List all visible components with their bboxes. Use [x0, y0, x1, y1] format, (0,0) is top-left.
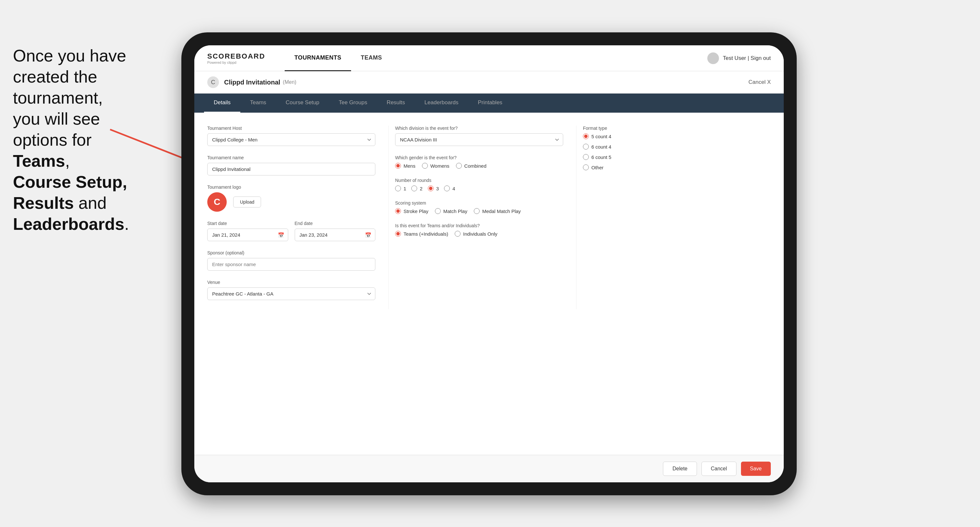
form-col-3: Format type 5 count 4 6 count 4 — [583, 125, 771, 309]
tournament-host-select[interactable]: Clippd College - Men — [207, 133, 375, 146]
end-date-input[interactable] — [295, 229, 375, 241]
sponsor-input[interactable] — [207, 258, 375, 271]
tournament-logo-group: Tournament logo C Upload — [207, 184, 375, 212]
gender-mens-label: Mens — [404, 163, 415, 169]
format-6count4-radio[interactable] — [583, 144, 589, 149]
teams-radio-group: Teams (+Individuals) Individuals Only — [395, 231, 563, 237]
app-container: SCOREBOARD Powered by clippd TOURNAMENTS… — [194, 45, 784, 483]
gender-womens-option[interactable]: Womens — [422, 163, 450, 169]
scoring-stroke-label: Stroke Play — [404, 208, 428, 214]
main-content: Tournament Host Clippd College - Men Tou… — [194, 113, 784, 455]
back-button[interactable]: C — [207, 76, 219, 88]
tab-leaderboards[interactable]: Leaderboards — [415, 94, 468, 113]
tablet-device: SCOREBOARD Powered by clippd TOURNAMENTS… — [181, 32, 797, 495]
end-date-wrap: 📅 — [295, 229, 375, 241]
format-6count4-option[interactable]: 6 count 4 — [583, 144, 771, 149]
format-6count5-label: 6 count 5 — [591, 154, 611, 160]
nav-tournaments[interactable]: TOURNAMENTS — [285, 45, 351, 71]
rounds-3-label: 3 — [436, 186, 439, 191]
format-5count4-radio[interactable] — [583, 133, 589, 139]
cancel-button-bottom[interactable]: Cancel — [702, 462, 737, 476]
tab-tee-groups[interactable]: Tee Groups — [329, 94, 377, 113]
tournament-name-label: Tournament name — [207, 155, 375, 160]
tab-results[interactable]: Results — [377, 94, 415, 113]
logo-upload-area: C Upload — [207, 192, 375, 212]
rounds-4-option[interactable]: 4 — [444, 186, 455, 191]
end-date-group: End date 📅 — [295, 221, 375, 241]
tab-printables[interactable]: Printables — [468, 94, 512, 113]
format-label: Format type — [583, 125, 771, 131]
date-row: Start date 📅 End date 📅 — [207, 221, 375, 250]
format-6count5-radio[interactable] — [583, 154, 589, 160]
rounds-radio-group: 1 2 3 — [395, 186, 563, 191]
rounds-2-option[interactable]: 2 — [411, 186, 422, 191]
calendar-icon-end: 📅 — [365, 232, 371, 238]
start-date-input[interactable] — [207, 229, 288, 241]
rounds-3-option[interactable]: 3 — [428, 186, 439, 191]
tournament-host-label: Tournament Host — [207, 125, 375, 131]
rounds-label: Number of rounds — [395, 178, 563, 183]
rounds-1-option[interactable]: 1 — [395, 186, 406, 191]
gender-label: Which gender is the event for? — [395, 155, 563, 160]
format-5count4-option[interactable]: 5 count 4 — [583, 133, 771, 139]
rounds-4-label: 4 — [452, 186, 455, 191]
form-grid: Tournament Host Clippd College - Men Tou… — [207, 125, 771, 309]
tournament-host-group: Tournament Host Clippd College - Men — [207, 125, 375, 146]
scoring-medal-option[interactable]: Medal Match Play — [474, 208, 521, 214]
tab-course-setup[interactable]: Course Setup — [276, 94, 329, 113]
venue-select[interactable]: Peachtree GC - Atlanta - GA — [207, 287, 375, 300]
upload-button[interactable]: Upload — [233, 197, 261, 208]
gender-combined-option[interactable]: Combined — [456, 163, 487, 169]
form-col-2: Which division is the event for? NCAA Di… — [395, 125, 576, 309]
rounds-1-radio[interactable] — [395, 186, 401, 191]
individuals-only-label: Individuals Only — [463, 231, 498, 237]
scoring-stroke-radio[interactable] — [395, 208, 401, 214]
venue-group: Venue Peachtree GC - Atlanta - GA — [207, 280, 375, 300]
gender-womens-label: Womens — [430, 163, 450, 169]
rounds-2-label: 2 — [420, 186, 422, 191]
scoring-medal-label: Medal Match Play — [482, 208, 521, 214]
individuals-only-radio[interactable] — [455, 231, 461, 237]
scoring-stroke-option[interactable]: Stroke Play — [395, 208, 428, 214]
sponsor-group: Sponsor (optional) — [207, 250, 375, 271]
teams-plus-individuals-radio[interactable] — [395, 231, 401, 237]
tournament-type: (Men) — [283, 79, 296, 85]
nav-teams[interactable]: TEAMS — [351, 45, 392, 71]
scoring-radio-group: Stroke Play Match Play Medal Match Play — [395, 208, 563, 214]
rounds-2-radio[interactable] — [411, 186, 417, 191]
gender-combined-radio[interactable] — [456, 163, 462, 169]
format-options-group: 5 count 4 6 count 4 6 count 5 — [583, 133, 771, 170]
format-6count5-option[interactable]: 6 count 5 — [583, 154, 771, 160]
gender-mens-option[interactable]: Mens — [395, 163, 415, 169]
teams-plus-individuals-option[interactable]: Teams (+Individuals) — [395, 231, 448, 237]
tab-teams[interactable]: Teams — [240, 94, 276, 113]
scoring-label: Scoring system — [395, 200, 563, 206]
sub-tabs-bar: Details Teams Course Setup Tee Groups Re… — [194, 94, 784, 113]
tournament-title: Clippd Invitational — [224, 79, 280, 86]
tab-details[interactable]: Details — [204, 94, 240, 113]
start-date-wrap: 📅 — [207, 229, 288, 241]
intro-text: Once you have created the tournament, yo… — [0, 45, 181, 235]
scoring-match-label: Match Play — [443, 208, 467, 214]
format-5count4-label: 5 count 4 — [591, 134, 611, 139]
logo-preview: C — [207, 192, 227, 212]
save-button[interactable]: Save — [741, 462, 771, 476]
scoring-match-radio[interactable] — [435, 208, 441, 214]
scoring-medal-radio[interactable] — [474, 208, 480, 214]
user-sign-out[interactable]: Test User | Sign out — [723, 55, 771, 62]
rounds-3-radio[interactable] — [428, 186, 434, 191]
format-other-option[interactable]: Other — [583, 164, 771, 170]
cancel-button-header[interactable]: Cancel X — [748, 79, 771, 86]
gender-mens-radio[interactable] — [395, 163, 401, 169]
rounds-4-radio[interactable] — [444, 186, 450, 191]
tournament-name-input[interactable] — [207, 163, 375, 175]
scoring-match-option[interactable]: Match Play — [435, 208, 467, 214]
gender-womens-radio[interactable] — [422, 163, 428, 169]
teams-plus-individuals-label: Teams (+Individuals) — [404, 231, 448, 237]
individuals-only-option[interactable]: Individuals Only — [455, 231, 498, 237]
tablet-screen: SCOREBOARD Powered by clippd TOURNAMENTS… — [194, 45, 784, 483]
delete-button[interactable]: Delete — [663, 462, 697, 476]
format-other-radio[interactable] — [583, 164, 589, 170]
division-select[interactable]: NCAA Division III — [395, 133, 563, 146]
teams-group: Is this event for Teams and/or Individua… — [395, 223, 563, 237]
